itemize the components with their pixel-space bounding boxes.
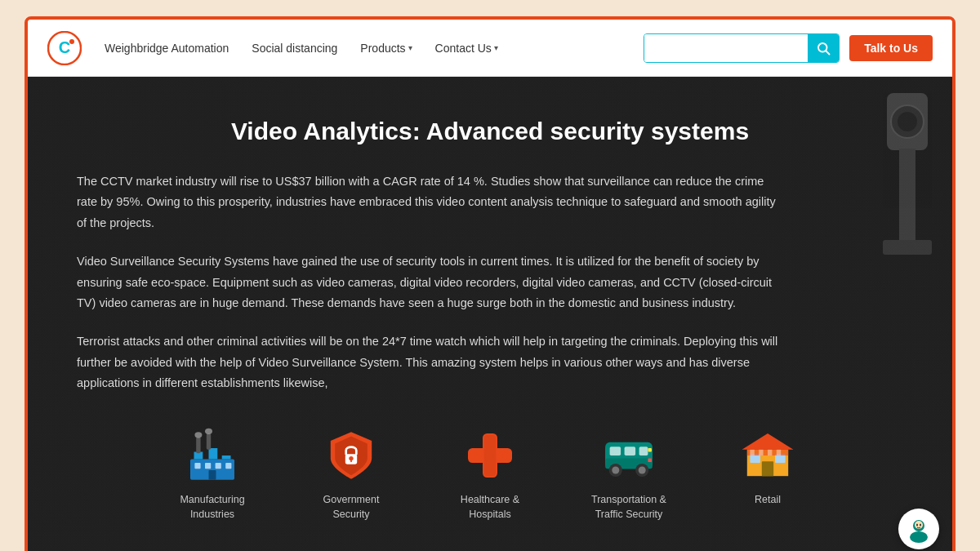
factory-icon [183, 426, 242, 485]
icon-retail[interactable]: Retail [723, 426, 813, 522]
svg-point-55 [920, 524, 921, 527]
svg-rect-39 [648, 448, 652, 452]
svg-rect-50 [777, 450, 781, 455]
search-bar [644, 33, 840, 63]
icon-manufacturing[interactable]: Manufacturing Industries [167, 426, 257, 522]
svg-rect-19 [205, 463, 211, 469]
hero-para2: Video Surveillance Security Systems have… [77, 251, 779, 313]
search-input[interactable] [644, 34, 808, 62]
icon-gov-security[interactable]: Government Security [306, 426, 396, 522]
shield-icon [322, 426, 381, 485]
svg-rect-47 [750, 450, 754, 455]
search-button[interactable] [808, 33, 839, 63]
icon-transport-label: Transportation & Traffic Security [584, 493, 674, 522]
nav-social[interactable]: Social distancing [252, 42, 337, 55]
logo[interactable]: C [47, 31, 82, 65]
svg-point-16 [194, 433, 202, 438]
products-chevron-icon: ▾ [408, 43, 412, 52]
svg-rect-33 [639, 447, 648, 456]
nav-products[interactable]: Products ▾ [360, 42, 412, 55]
medical-cross-icon [461, 426, 519, 485]
store-icon [738, 426, 797, 485]
svg-rect-40 [648, 459, 652, 463]
industry-icons-row: Manufacturing Industries Government Secu… [77, 426, 903, 522]
svg-rect-32 [625, 447, 636, 456]
icon-transport[interactable]: Transportation & Traffic Security [584, 426, 674, 522]
svg-point-54 [916, 524, 918, 527]
navbar: C Weighbridge Automation Social distanci… [28, 20, 952, 77]
chat-icon [904, 514, 933, 544]
hero-section: Video Analytics: Advanced security syste… [28, 77, 952, 551]
nav-contact[interactable]: Contact Us ▾ [435, 42, 498, 55]
svg-rect-15 [207, 433, 211, 450]
svg-point-7 [898, 112, 917, 131]
svg-rect-14 [196, 438, 200, 454]
svg-rect-20 [216, 463, 221, 469]
svg-line-4 [826, 51, 830, 54]
nav-right: Talk to Us [644, 33, 933, 63]
icon-gov-security-label: Government Security [306, 493, 396, 522]
icon-retail-label: Retail [755, 493, 781, 508]
svg-rect-28 [484, 435, 496, 476]
camera-decoration [838, 77, 952, 551]
svg-point-2 [69, 39, 74, 44]
hero-para1: The CCTV market industry will rise to US… [77, 171, 779, 233]
icon-manufacturing-label: Manufacturing Industries [167, 493, 257, 522]
svg-point-17 [205, 429, 212, 434]
svg-rect-49 [768, 450, 772, 455]
svg-point-36 [612, 467, 619, 474]
nav-weighbridge[interactable]: Weighbridge Automation [105, 42, 229, 55]
svg-rect-18 [194, 463, 200, 469]
svg-point-38 [639, 467, 646, 474]
svg-rect-13 [222, 455, 231, 460]
svg-rect-25 [350, 459, 352, 463]
svg-rect-31 [610, 447, 621, 456]
svg-point-52 [910, 531, 928, 543]
bus-icon [599, 426, 658, 485]
svg-marker-41 [742, 433, 794, 450]
svg-text:C: C [59, 38, 70, 56]
contact-chevron-icon: ▾ [494, 43, 498, 52]
app-frame: C Weighbridge Automation Social distanci… [24, 16, 956, 551]
svg-rect-48 [759, 450, 763, 455]
svg-rect-22 [209, 470, 216, 480]
icon-healthcare[interactable]: Healthcare & Hospitals [445, 426, 535, 522]
hero-para3: Terrorist attacks and other criminal act… [77, 331, 779, 393]
search-icon [816, 41, 831, 56]
svg-rect-12 [209, 448, 218, 460]
icon-healthcare-label: Healthcare & Hospitals [445, 493, 535, 522]
nav-links: Weighbridge Automation Social distancing… [105, 42, 644, 55]
hero-title: Video Analytics: Advanced security syste… [77, 118, 903, 145]
talk-button[interactable]: Talk to Us [849, 35, 933, 61]
svg-rect-8 [899, 149, 915, 247]
svg-rect-9 [883, 240, 932, 255]
svg-rect-21 [225, 463, 231, 469]
svg-rect-43 [762, 462, 773, 477]
